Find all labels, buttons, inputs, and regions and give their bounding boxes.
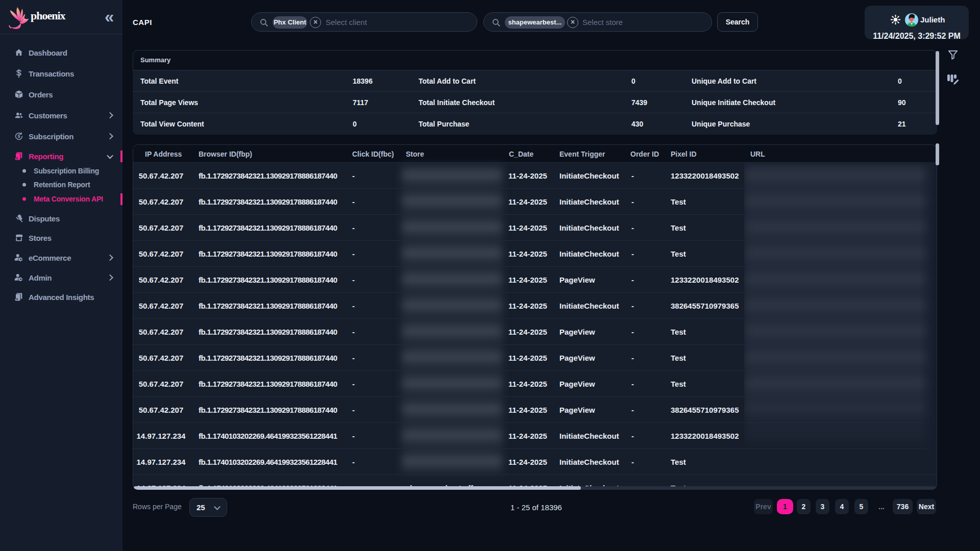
svg-text:$: $ xyxy=(17,134,20,139)
